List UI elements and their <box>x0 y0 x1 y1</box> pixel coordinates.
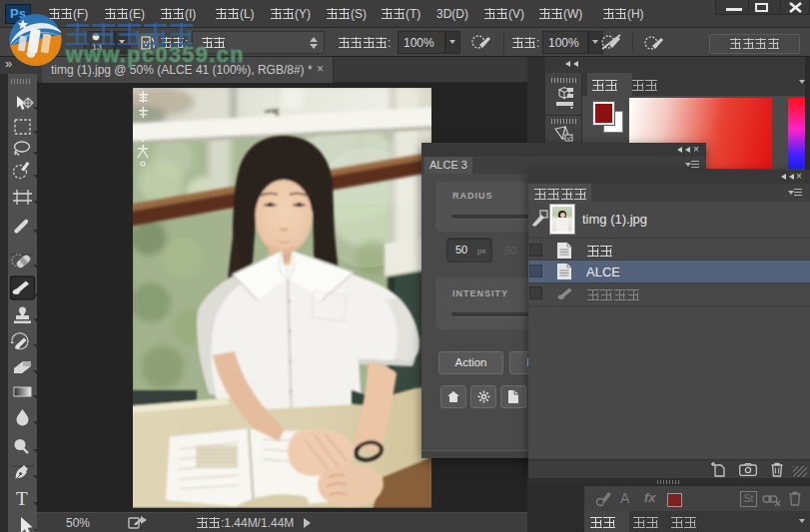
svg-text:T: T <box>16 488 28 509</box>
